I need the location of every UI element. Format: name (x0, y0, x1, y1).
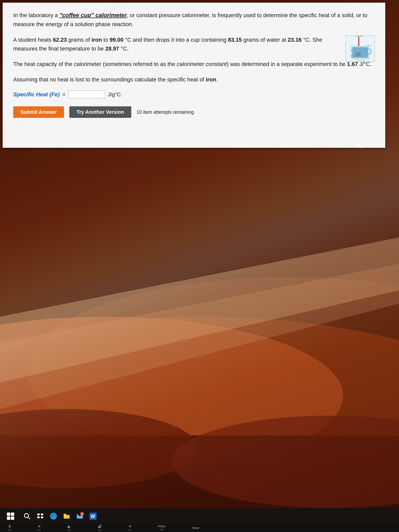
taskbar: 3 W (0, 508, 399, 524)
svg-text:Thermometer: Thermometer (355, 36, 362, 37)
edge-browser-icon[interactable] (49, 512, 58, 521)
f4-label: F4 (38, 529, 41, 532)
fn-key-bar: ⏸ F3 ✕ F4 🔈 F5 🔊 F6 ☀ F7 PrtScn F8 Home (0, 524, 399, 532)
paragraph-2: A student heats 62.23 grams of iron to 9… (13, 35, 375, 53)
specific-heat-row: Specific Heat (Fe) = J/g°C. (13, 90, 375, 98)
f8-label: F8 (160, 528, 163, 531)
answer-input[interactable] (68, 90, 105, 98)
taskview-icon (37, 513, 44, 520)
fn-key-f3: ⏸ F3 (8, 524, 11, 532)
iron-label: iron (91, 37, 102, 43)
paragraph-3-text: The heat capacity of the calorimeter (so… (13, 60, 375, 69)
svg-rect-29 (37, 516, 40, 518)
vol-up-icon: 🔊 (98, 524, 102, 528)
home-label: Home (192, 526, 199, 530)
svg-rect-21 (7, 513, 10, 516)
paragraph-2-text: A student heats 62.23 grams of iron to 9… (13, 35, 340, 53)
final-temp: 28.97 (105, 45, 119, 52)
mouse-cursor: ↖ (356, 142, 359, 146)
fn-key-prtscn: PrtScn F8 (158, 525, 166, 531)
brightness-icon: ☀ (128, 524, 132, 528)
f3-label: F3 (8, 529, 11, 532)
fn-key-f6: 🔊 F6 (98, 524, 102, 532)
browser-window: In the laboratory a "coffee cup" calorim… (3, 3, 385, 148)
attempts-remaining-text: 10 item attempts remaining (137, 109, 194, 115)
water-temp: 23.16 (288, 37, 302, 43)
svg-rect-28 (41, 513, 43, 515)
word-icon[interactable]: W (89, 512, 98, 521)
calorimeter-image: Thermometer Stirring rod Water Metal sam… (346, 35, 375, 62)
cal-constant-term: calorimeter constant (177, 61, 227, 67)
water-mass: 83.15 (228, 37, 242, 43)
mail-icon[interactable]: 3 (75, 512, 84, 521)
svg-text:Metal: Metal (350, 54, 352, 56)
iron-mass: 62.23 (53, 37, 67, 43)
coffee-cup-term: "coffee cup" calorimeter (59, 12, 127, 18)
search-icon (24, 513, 31, 520)
f5-label: F5 (68, 529, 71, 532)
iron-label-2: iron (206, 76, 216, 82)
svg-line-26 (28, 517, 30, 519)
buttons-row: Submit Answer Try Another Version 10 ite… (13, 106, 375, 118)
svg-rect-24 (11, 517, 14, 520)
paragraph-4-text: Assuming that no heat is lost to the sur… (13, 75, 375, 84)
svg-text:sample: sample (350, 56, 353, 57)
svg-rect-27 (37, 513, 40, 515)
paragraph-1-text: In the laboratory a "coffee cup" calorim… (13, 11, 375, 29)
f6-label: F6 (98, 529, 101, 532)
content-area: In the laboratory a "coffee cup" calorim… (3, 3, 385, 148)
mute-icon: ✕ (38, 524, 41, 528)
edge-icon (50, 513, 57, 520)
prtscn-label: PrtScn (158, 525, 166, 528)
svg-point-25 (24, 513, 29, 518)
folder-icon (63, 513, 70, 520)
fn-key-f5: 🔈 F5 (67, 524, 71, 532)
svg-text:W: W (91, 514, 95, 519)
svg-rect-30 (41, 516, 43, 518)
specific-heat-label: Specific Heat (Fe) (13, 91, 60, 98)
windows-icon (6, 512, 14, 520)
paragraph-4: Assuming that no heat is lost to the sur… (13, 75, 375, 84)
task-view-button[interactable] (36, 512, 45, 521)
equals-sign: = (62, 91, 66, 98)
cal-constant-value: 1.67 (347, 61, 358, 67)
svg-text:Water: Water (350, 50, 353, 51)
unit-label: J/g°C. (108, 92, 122, 97)
file-explorer-icon[interactable] (62, 512, 71, 521)
f7-label: F7 (128, 529, 131, 532)
iron-temp: 99.00 (110, 37, 124, 43)
word-app-icon: W (89, 513, 97, 520)
mail-badge: 3 (80, 512, 84, 516)
svg-rect-14 (356, 52, 361, 56)
play-pause-icon: ⏸ (8, 524, 11, 528)
try-another-version-button[interactable]: Try Another Version (69, 106, 131, 118)
svg-text:Stirring rod: Stirring rod (367, 45, 372, 46)
fn-key-f4: ✕ F4 (38, 524, 41, 532)
svg-rect-22 (11, 513, 14, 516)
svg-rect-23 (7, 517, 10, 520)
search-taskbar-button[interactable] (22, 512, 32, 521)
paragraph-3: The heat capacity of the calorimeter (so… (13, 60, 375, 69)
calorimeter-svg: Thermometer Stirring rod Water Metal sam… (346, 36, 375, 62)
fn-key-f7: ☀ F7 (128, 524, 131, 532)
start-button[interactable] (5, 511, 16, 521)
vol-down-icon: 🔈 (67, 524, 71, 528)
paragraph-1: In the laboratory a "coffee cup" calorim… (13, 11, 375, 29)
fn-key-home: Home (192, 526, 199, 530)
submit-answer-button[interactable]: Submit Answer (13, 106, 64, 118)
